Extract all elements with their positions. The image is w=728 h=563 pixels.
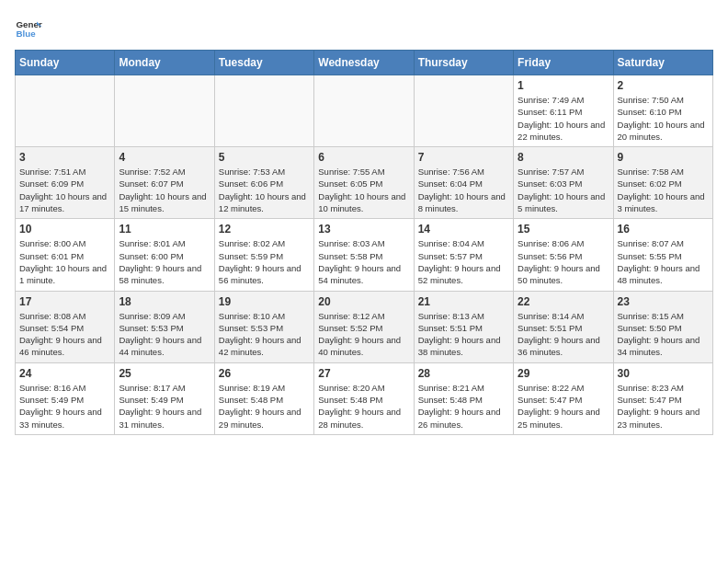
day-info: Sunrise: 7:53 AM Sunset: 6:06 PM Dayligh… bbox=[219, 166, 310, 214]
day-info: Sunrise: 8:06 AM Sunset: 5:56 PM Dayligh… bbox=[518, 237, 609, 286]
day-number: 2 bbox=[618, 79, 709, 92]
day-number: 30 bbox=[618, 367, 709, 380]
calendar-day-cell: 21Sunrise: 8:13 AM Sunset: 5:51 PM Dayli… bbox=[414, 291, 513, 362]
day-number: 20 bbox=[318, 295, 409, 308]
day-number: 16 bbox=[618, 223, 709, 236]
calendar-day-cell: 20Sunrise: 8:12 AM Sunset: 5:52 PM Dayli… bbox=[314, 291, 414, 362]
day-number: 24 bbox=[19, 367, 110, 380]
calendar-table: SundayMondayTuesdayWednesdayThursdayFrid… bbox=[15, 50, 713, 435]
day-info: Sunrise: 7:50 AM Sunset: 6:10 PM Dayligh… bbox=[618, 94, 709, 143]
weekday-header: Friday bbox=[514, 51, 613, 75]
calendar-day-cell: 8Sunrise: 7:57 AM Sunset: 6:03 PM Daylig… bbox=[514, 147, 613, 219]
day-info: Sunrise: 7:49 AM Sunset: 6:11 PM Dayligh… bbox=[518, 94, 609, 143]
calendar-day-cell: 2Sunrise: 7:50 AM Sunset: 6:10 PM Daylig… bbox=[613, 75, 712, 147]
page-header: General Blue bbox=[15, 15, 713, 42]
day-info: Sunrise: 8:13 AM Sunset: 5:51 PM Dayligh… bbox=[418, 310, 509, 359]
day-number: 25 bbox=[119, 367, 210, 380]
day-number: 15 bbox=[518, 223, 609, 236]
weekday-header: Thursday bbox=[414, 51, 513, 75]
calendar-day-cell: 30Sunrise: 8:23 AM Sunset: 5:47 PM Dayli… bbox=[613, 362, 712, 434]
day-number: 13 bbox=[318, 223, 409, 236]
day-number: 6 bbox=[318, 151, 409, 164]
calendar-day-cell: 13Sunrise: 8:03 AM Sunset: 5:58 PM Dayli… bbox=[314, 219, 414, 291]
day-info: Sunrise: 7:57 AM Sunset: 6:03 PM Dayligh… bbox=[518, 166, 609, 214]
day-info: Sunrise: 8:12 AM Sunset: 5:52 PM Dayligh… bbox=[318, 310, 409, 359]
calendar-day-cell: 17Sunrise: 8:08 AM Sunset: 5:54 PM Dayli… bbox=[16, 291, 115, 362]
day-number: 8 bbox=[518, 151, 609, 164]
day-number: 11 bbox=[119, 223, 210, 236]
day-number: 3 bbox=[19, 151, 110, 164]
day-number: 21 bbox=[418, 295, 509, 308]
day-info: Sunrise: 8:01 AM Sunset: 6:00 PM Dayligh… bbox=[119, 237, 210, 286]
weekday-header: Saturday bbox=[613, 51, 712, 75]
calendar-day-cell: 27Sunrise: 8:20 AM Sunset: 5:48 PM Dayli… bbox=[314, 362, 414, 434]
day-number: 29 bbox=[518, 367, 609, 380]
day-number: 14 bbox=[418, 223, 509, 236]
calendar-day-cell: 12Sunrise: 8:02 AM Sunset: 5:59 PM Dayli… bbox=[214, 219, 313, 291]
calendar-day-cell: 28Sunrise: 8:21 AM Sunset: 5:48 PM Dayli… bbox=[414, 362, 513, 434]
calendar-day-cell: 18Sunrise: 8:09 AM Sunset: 5:53 PM Dayli… bbox=[115, 291, 214, 362]
calendar-day-cell: 15Sunrise: 8:06 AM Sunset: 5:56 PM Dayli… bbox=[514, 219, 613, 291]
calendar-day-cell: 10Sunrise: 8:00 AM Sunset: 6:01 PM Dayli… bbox=[16, 219, 115, 291]
calendar-day-cell bbox=[314, 75, 414, 147]
day-number: 27 bbox=[318, 367, 409, 380]
day-info: Sunrise: 8:02 AM Sunset: 5:59 PM Dayligh… bbox=[219, 237, 310, 286]
day-info: Sunrise: 8:23 AM Sunset: 5:47 PM Dayligh… bbox=[618, 382, 709, 431]
day-number: 19 bbox=[219, 295, 310, 308]
day-info: Sunrise: 8:00 AM Sunset: 6:01 PM Dayligh… bbox=[19, 237, 110, 286]
svg-text:Blue: Blue bbox=[17, 29, 37, 39]
day-info: Sunrise: 8:09 AM Sunset: 5:53 PM Dayligh… bbox=[119, 310, 210, 359]
day-number: 23 bbox=[618, 295, 709, 308]
calendar-day-cell bbox=[414, 75, 513, 147]
day-number: 5 bbox=[219, 151, 310, 164]
day-info: Sunrise: 8:15 AM Sunset: 5:50 PM Dayligh… bbox=[618, 310, 709, 359]
day-number: 17 bbox=[19, 295, 110, 308]
weekday-header: Tuesday bbox=[214, 51, 313, 75]
calendar-day-cell: 23Sunrise: 8:15 AM Sunset: 5:50 PM Dayli… bbox=[613, 291, 712, 362]
calendar-day-cell: 26Sunrise: 8:19 AM Sunset: 5:48 PM Dayli… bbox=[214, 362, 313, 434]
calendar-day-cell: 25Sunrise: 8:17 AM Sunset: 5:49 PM Dayli… bbox=[115, 362, 214, 434]
day-number: 12 bbox=[219, 223, 310, 236]
calendar-day-cell: 11Sunrise: 8:01 AM Sunset: 6:00 PM Dayli… bbox=[115, 219, 214, 291]
calendar-day-cell: 4Sunrise: 7:52 AM Sunset: 6:07 PM Daylig… bbox=[115, 147, 214, 219]
day-info: Sunrise: 7:52 AM Sunset: 6:07 PM Dayligh… bbox=[119, 166, 210, 214]
day-info: Sunrise: 7:58 AM Sunset: 6:02 PM Dayligh… bbox=[618, 166, 709, 214]
day-info: Sunrise: 8:10 AM Sunset: 5:53 PM Dayligh… bbox=[219, 310, 310, 359]
calendar-day-cell bbox=[214, 75, 313, 147]
calendar-day-cell: 9Sunrise: 7:58 AM Sunset: 6:02 PM Daylig… bbox=[613, 147, 712, 219]
calendar-day-cell: 19Sunrise: 8:10 AM Sunset: 5:53 PM Dayli… bbox=[214, 291, 313, 362]
calendar-week-row: 1Sunrise: 7:49 AM Sunset: 6:11 PM Daylig… bbox=[16, 75, 713, 147]
calendar-day-cell: 22Sunrise: 8:14 AM Sunset: 5:51 PM Dayli… bbox=[514, 291, 613, 362]
day-info: Sunrise: 8:17 AM Sunset: 5:49 PM Dayligh… bbox=[119, 382, 210, 431]
day-number: 9 bbox=[618, 151, 709, 164]
day-info: Sunrise: 8:19 AM Sunset: 5:48 PM Dayligh… bbox=[219, 382, 310, 431]
calendar-week-row: 10Sunrise: 8:00 AM Sunset: 6:01 PM Dayli… bbox=[16, 219, 713, 291]
day-info: Sunrise: 8:22 AM Sunset: 5:47 PM Dayligh… bbox=[518, 382, 609, 431]
calendar-day-cell: 7Sunrise: 7:56 AM Sunset: 6:04 PM Daylig… bbox=[414, 147, 513, 219]
calendar-day-cell: 24Sunrise: 8:16 AM Sunset: 5:49 PM Dayli… bbox=[16, 362, 115, 434]
day-info: Sunrise: 8:20 AM Sunset: 5:48 PM Dayligh… bbox=[318, 382, 409, 431]
day-number: 28 bbox=[418, 367, 509, 380]
day-info: Sunrise: 8:04 AM Sunset: 5:57 PM Dayligh… bbox=[418, 237, 509, 286]
day-info: Sunrise: 8:16 AM Sunset: 5:49 PM Dayligh… bbox=[19, 382, 110, 431]
calendar-day-cell: 6Sunrise: 7:55 AM Sunset: 6:05 PM Daylig… bbox=[314, 147, 414, 219]
calendar-day-cell: 16Sunrise: 8:07 AM Sunset: 5:55 PM Dayli… bbox=[613, 219, 712, 291]
calendar-week-row: 3Sunrise: 7:51 AM Sunset: 6:09 PM Daylig… bbox=[16, 147, 713, 219]
calendar-day-cell: 1Sunrise: 7:49 AM Sunset: 6:11 PM Daylig… bbox=[514, 75, 613, 147]
day-info: Sunrise: 7:56 AM Sunset: 6:04 PM Dayligh… bbox=[418, 166, 509, 214]
day-number: 22 bbox=[518, 295, 609, 308]
calendar-day-cell bbox=[16, 75, 115, 147]
weekday-header: Sunday bbox=[16, 51, 115, 75]
day-info: Sunrise: 7:51 AM Sunset: 6:09 PM Dayligh… bbox=[19, 166, 110, 214]
day-number: 26 bbox=[219, 367, 310, 380]
day-info: Sunrise: 8:14 AM Sunset: 5:51 PM Dayligh… bbox=[518, 310, 609, 359]
calendar-day-cell: 14Sunrise: 8:04 AM Sunset: 5:57 PM Dayli… bbox=[414, 219, 513, 291]
calendar-day-cell bbox=[115, 75, 214, 147]
calendar-header-row: SundayMondayTuesdayWednesdayThursdayFrid… bbox=[16, 51, 713, 75]
day-number: 1 bbox=[518, 79, 609, 92]
day-info: Sunrise: 8:07 AM Sunset: 5:55 PM Dayligh… bbox=[618, 237, 709, 286]
day-number: 10 bbox=[19, 223, 110, 236]
day-info: Sunrise: 8:08 AM Sunset: 5:54 PM Dayligh… bbox=[19, 310, 110, 359]
calendar-day-cell: 5Sunrise: 7:53 AM Sunset: 6:06 PM Daylig… bbox=[214, 147, 313, 219]
logo: General Blue bbox=[15, 15, 42, 42]
